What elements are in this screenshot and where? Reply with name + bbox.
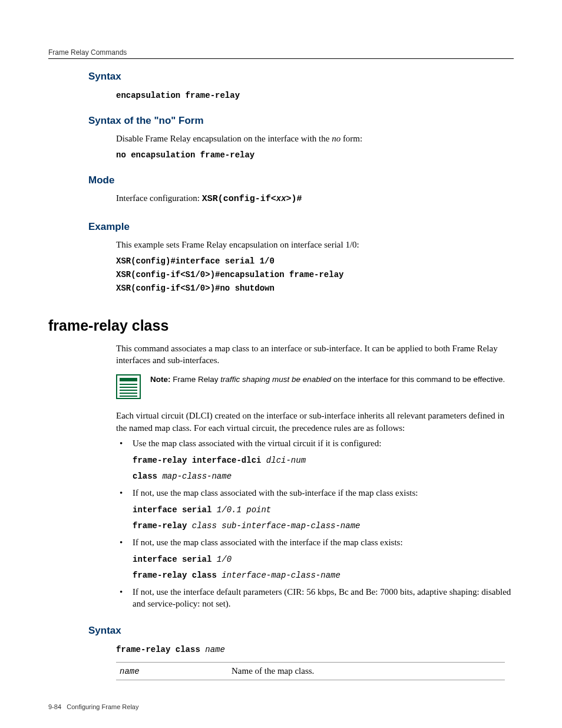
code-text: interface serial <box>133 505 217 515</box>
text: Disable Frame Relay encapsulation on the… <box>116 134 332 143</box>
code-italic: interface-map-class-name <box>222 571 340 580</box>
text: Interface configuration: <box>116 193 202 203</box>
svg-rect-1 <box>120 378 137 381</box>
footer-title: Configuring Frame Relay <box>67 703 138 710</box>
code-text: encapsulation frame-relay <box>116 91 240 100</box>
heading-frame-relay-class: frame-relay class <box>48 317 514 334</box>
code-italic: 1/0 <box>217 555 232 564</box>
text: on the interface for this command to be … <box>331 375 505 384</box>
param-desc-cell: Name of the map class. <box>232 666 505 676</box>
text: If not, use the map class associated wit… <box>133 538 403 547</box>
header-text: Frame Relay Commands <box>48 48 127 57</box>
text: form: <box>340 134 362 143</box>
code-line: XSR(config-if<S1/0>)#no shutdown <box>116 284 275 293</box>
para-no-form: Disable Frame Relay encapsulation on the… <box>116 133 514 144</box>
page-footer: 9-84 Configuring Frame Relay <box>48 703 138 710</box>
heading-syntax-2: Syntax <box>88 625 514 637</box>
code-italic: xx <box>276 194 286 203</box>
list-item: Use the map class associated with the vi… <box>116 437 514 482</box>
code-text: class <box>133 472 162 481</box>
param-table: name Name of the map class. <box>116 662 505 680</box>
page-header: Frame Relay Commands <box>48 47 514 59</box>
text: If not, use the interface default parame… <box>133 587 511 608</box>
param-name-cell: name <box>116 666 232 676</box>
code-text: no encapsulation frame-relay <box>116 150 254 160</box>
code-italic: name <box>205 645 225 654</box>
note-box: Note: Frame Relay traffic shaping must b… <box>116 374 514 401</box>
code-text: frame-relay <box>133 521 192 531</box>
heading-syntax-no: Syntax of the "no" Form <box>88 115 514 127</box>
code-text: interface serial <box>133 555 217 564</box>
code-text: >)# <box>286 194 302 204</box>
code-italic: 1/0.1 point <box>217 505 271 515</box>
heading-syntax-1: Syntax <box>88 71 514 83</box>
code-line: XSR(config-if<S1/0>)#encapsulation frame… <box>116 270 343 279</box>
page-number: 9-84 <box>48 703 61 710</box>
code-text: frame-relay class <box>116 645 205 654</box>
text: Use the map class associated with the vi… <box>133 439 381 448</box>
text: If not, use the map class associated wit… <box>133 488 418 498</box>
code-italic: map-class-name <box>162 472 232 481</box>
code-no-encap: no encapsulation frame-relay <box>116 148 514 162</box>
note-icon <box>116 374 141 401</box>
text-italic: no <box>332 134 340 143</box>
text-italic: traffic shaping must be enabled <box>220 375 331 384</box>
table-row: name Name of the map class. <box>116 663 505 680</box>
code-text: frame-relay interface-dlci <box>133 456 266 465</box>
list-item: If not, use the map class associated wit… <box>116 536 514 581</box>
code-italic: class sub-interface-map-class-name <box>192 521 361 531</box>
list-item: If not, use the interface default parame… <box>116 586 514 610</box>
para-example: This example sets Frame Relay encapsulat… <box>116 239 514 251</box>
para-intro: This command associates a map class to a… <box>116 342 514 367</box>
heading-mode: Mode <box>88 174 514 186</box>
code-encapsulation: encapsulation frame-relay <box>116 88 514 102</box>
code-example: XSR(config)#interface serial 1/0 XSR(con… <box>116 254 514 295</box>
heading-example: Example <box>88 221 514 233</box>
text: Frame Relay <box>171 375 221 384</box>
page: Frame Relay Commands Syntax encapsulatio… <box>0 0 562 728</box>
code-text: XSR(config-if< <box>202 194 276 204</box>
code-italic: dlci-num <box>266 456 306 465</box>
note-label: Note: <box>150 375 171 384</box>
code-line: XSR(config)#interface serial 1/0 <box>116 256 275 266</box>
param-name: name <box>120 667 140 676</box>
note-text: Note: Frame Relay traffic shaping must b… <box>150 374 505 386</box>
code-frame-relay-class: frame-relay class name <box>116 643 514 656</box>
bullet-list: Use the map class associated with the vi… <box>116 437 514 610</box>
para-mode: Interface configuration: XSR(config-if<x… <box>116 192 514 205</box>
para-precedence: Each virtual circuit (DLCI) created on t… <box>116 410 514 434</box>
code-text: frame-relay class <box>133 571 222 580</box>
list-item: If not, use the map class associated wit… <box>116 487 514 532</box>
